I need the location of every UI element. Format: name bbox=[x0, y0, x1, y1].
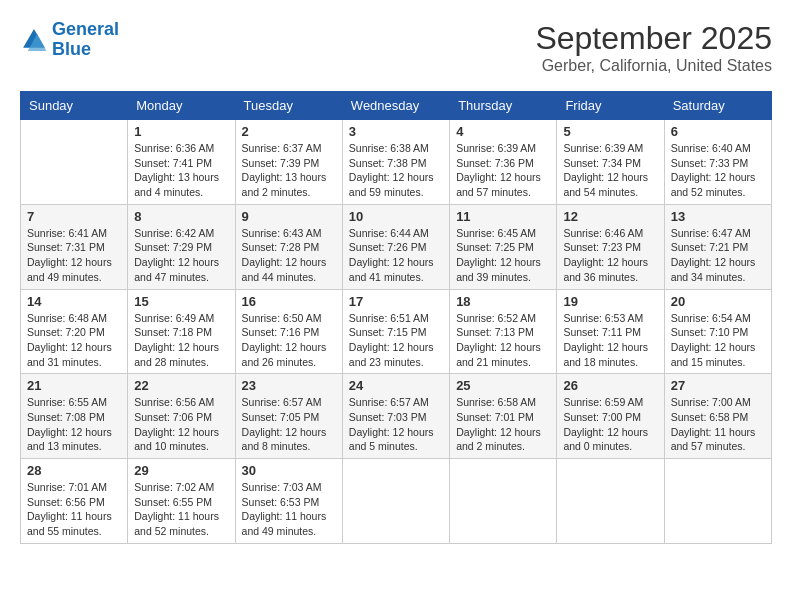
day-number: 3 bbox=[349, 124, 443, 139]
day-info: Sunrise: 6:37 AMSunset: 7:39 PMDaylight:… bbox=[242, 141, 336, 200]
day-info: Sunrise: 6:59 AMSunset: 7:00 PMDaylight:… bbox=[563, 395, 657, 454]
weekday-header: Thursday bbox=[450, 92, 557, 120]
calendar-cell: 13Sunrise: 6:47 AMSunset: 7:21 PMDayligh… bbox=[664, 204, 771, 289]
day-number: 16 bbox=[242, 294, 336, 309]
calendar-cell: 2Sunrise: 6:37 AMSunset: 7:39 PMDaylight… bbox=[235, 120, 342, 205]
calendar-cell: 16Sunrise: 6:50 AMSunset: 7:16 PMDayligh… bbox=[235, 289, 342, 374]
day-number: 14 bbox=[27, 294, 121, 309]
day-info: Sunrise: 7:00 AMSunset: 6:58 PMDaylight:… bbox=[671, 395, 765, 454]
day-info: Sunrise: 6:39 AMSunset: 7:36 PMDaylight:… bbox=[456, 141, 550, 200]
calendar-cell: 20Sunrise: 6:54 AMSunset: 7:10 PMDayligh… bbox=[664, 289, 771, 374]
day-info: Sunrise: 6:52 AMSunset: 7:13 PMDaylight:… bbox=[456, 311, 550, 370]
day-info: Sunrise: 6:51 AMSunset: 7:15 PMDaylight:… bbox=[349, 311, 443, 370]
day-number: 8 bbox=[134, 209, 228, 224]
day-number: 22 bbox=[134, 378, 228, 393]
day-number: 26 bbox=[563, 378, 657, 393]
day-info: Sunrise: 6:57 AMSunset: 7:03 PMDaylight:… bbox=[349, 395, 443, 454]
calendar-week-row: 28Sunrise: 7:01 AMSunset: 6:56 PMDayligh… bbox=[21, 459, 772, 544]
calendar-cell: 19Sunrise: 6:53 AMSunset: 7:11 PMDayligh… bbox=[557, 289, 664, 374]
calendar-cell: 1Sunrise: 6:36 AMSunset: 7:41 PMDaylight… bbox=[128, 120, 235, 205]
day-info: Sunrise: 6:38 AMSunset: 7:38 PMDaylight:… bbox=[349, 141, 443, 200]
weekday-header: Monday bbox=[128, 92, 235, 120]
logo: General Blue bbox=[20, 20, 119, 60]
day-number: 2 bbox=[242, 124, 336, 139]
calendar-cell bbox=[342, 459, 449, 544]
title-block: September 2025 Gerber, California, Unite… bbox=[535, 20, 772, 75]
calendar-cell bbox=[21, 120, 128, 205]
calendar-cell: 14Sunrise: 6:48 AMSunset: 7:20 PMDayligh… bbox=[21, 289, 128, 374]
calendar-cell bbox=[664, 459, 771, 544]
calendar-cell: 18Sunrise: 6:52 AMSunset: 7:13 PMDayligh… bbox=[450, 289, 557, 374]
calendar-cell: 3Sunrise: 6:38 AMSunset: 7:38 PMDaylight… bbox=[342, 120, 449, 205]
day-number: 5 bbox=[563, 124, 657, 139]
day-info: Sunrise: 6:46 AMSunset: 7:23 PMDaylight:… bbox=[563, 226, 657, 285]
day-info: Sunrise: 6:45 AMSunset: 7:25 PMDaylight:… bbox=[456, 226, 550, 285]
calendar-cell: 15Sunrise: 6:49 AMSunset: 7:18 PMDayligh… bbox=[128, 289, 235, 374]
weekday-header: Saturday bbox=[664, 92, 771, 120]
calendar-week-row: 21Sunrise: 6:55 AMSunset: 7:08 PMDayligh… bbox=[21, 374, 772, 459]
calendar-cell: 27Sunrise: 7:00 AMSunset: 6:58 PMDayligh… bbox=[664, 374, 771, 459]
calendar-cell: 10Sunrise: 6:44 AMSunset: 7:26 PMDayligh… bbox=[342, 204, 449, 289]
day-info: Sunrise: 6:58 AMSunset: 7:01 PMDaylight:… bbox=[456, 395, 550, 454]
calendar-cell: 22Sunrise: 6:56 AMSunset: 7:06 PMDayligh… bbox=[128, 374, 235, 459]
page-header: General Blue September 2025 Gerber, Cali… bbox=[20, 20, 772, 75]
calendar-cell: 6Sunrise: 6:40 AMSunset: 7:33 PMDaylight… bbox=[664, 120, 771, 205]
calendar-table: SundayMondayTuesdayWednesdayThursdayFrid… bbox=[20, 91, 772, 544]
day-number: 15 bbox=[134, 294, 228, 309]
calendar-cell: 28Sunrise: 7:01 AMSunset: 6:56 PMDayligh… bbox=[21, 459, 128, 544]
day-number: 6 bbox=[671, 124, 765, 139]
day-number: 25 bbox=[456, 378, 550, 393]
calendar-cell: 26Sunrise: 6:59 AMSunset: 7:00 PMDayligh… bbox=[557, 374, 664, 459]
day-info: Sunrise: 6:55 AMSunset: 7:08 PMDaylight:… bbox=[27, 395, 121, 454]
logo-text: General Blue bbox=[52, 20, 119, 60]
day-info: Sunrise: 6:44 AMSunset: 7:26 PMDaylight:… bbox=[349, 226, 443, 285]
day-number: 27 bbox=[671, 378, 765, 393]
day-number: 21 bbox=[27, 378, 121, 393]
logo-line2: Blue bbox=[52, 39, 91, 59]
day-number: 28 bbox=[27, 463, 121, 478]
day-info: Sunrise: 6:56 AMSunset: 7:06 PMDaylight:… bbox=[134, 395, 228, 454]
weekday-header: Wednesday bbox=[342, 92, 449, 120]
day-number: 23 bbox=[242, 378, 336, 393]
header-row: SundayMondayTuesdayWednesdayThursdayFrid… bbox=[21, 92, 772, 120]
weekday-header: Sunday bbox=[21, 92, 128, 120]
day-info: Sunrise: 7:02 AMSunset: 6:55 PMDaylight:… bbox=[134, 480, 228, 539]
calendar-cell: 12Sunrise: 6:46 AMSunset: 7:23 PMDayligh… bbox=[557, 204, 664, 289]
day-info: Sunrise: 6:40 AMSunset: 7:33 PMDaylight:… bbox=[671, 141, 765, 200]
calendar-cell: 30Sunrise: 7:03 AMSunset: 6:53 PMDayligh… bbox=[235, 459, 342, 544]
logo-line1: General bbox=[52, 19, 119, 39]
calendar-week-row: 7Sunrise: 6:41 AMSunset: 7:31 PMDaylight… bbox=[21, 204, 772, 289]
weekday-header: Friday bbox=[557, 92, 664, 120]
calendar-cell: 17Sunrise: 6:51 AMSunset: 7:15 PMDayligh… bbox=[342, 289, 449, 374]
day-number: 19 bbox=[563, 294, 657, 309]
day-info: Sunrise: 7:01 AMSunset: 6:56 PMDaylight:… bbox=[27, 480, 121, 539]
day-info: Sunrise: 6:41 AMSunset: 7:31 PMDaylight:… bbox=[27, 226, 121, 285]
day-info: Sunrise: 6:39 AMSunset: 7:34 PMDaylight:… bbox=[563, 141, 657, 200]
calendar-cell: 5Sunrise: 6:39 AMSunset: 7:34 PMDaylight… bbox=[557, 120, 664, 205]
day-info: Sunrise: 6:43 AMSunset: 7:28 PMDaylight:… bbox=[242, 226, 336, 285]
day-number: 20 bbox=[671, 294, 765, 309]
calendar-cell bbox=[557, 459, 664, 544]
calendar-week-row: 14Sunrise: 6:48 AMSunset: 7:20 PMDayligh… bbox=[21, 289, 772, 374]
day-info: Sunrise: 6:48 AMSunset: 7:20 PMDaylight:… bbox=[27, 311, 121, 370]
day-number: 18 bbox=[456, 294, 550, 309]
weekday-header: Tuesday bbox=[235, 92, 342, 120]
day-number: 17 bbox=[349, 294, 443, 309]
calendar-cell: 11Sunrise: 6:45 AMSunset: 7:25 PMDayligh… bbox=[450, 204, 557, 289]
calendar-week-row: 1Sunrise: 6:36 AMSunset: 7:41 PMDaylight… bbox=[21, 120, 772, 205]
day-number: 29 bbox=[134, 463, 228, 478]
day-number: 9 bbox=[242, 209, 336, 224]
day-number: 7 bbox=[27, 209, 121, 224]
calendar-cell: 7Sunrise: 6:41 AMSunset: 7:31 PMDaylight… bbox=[21, 204, 128, 289]
calendar-cell: 25Sunrise: 6:58 AMSunset: 7:01 PMDayligh… bbox=[450, 374, 557, 459]
calendar-cell: 24Sunrise: 6:57 AMSunset: 7:03 PMDayligh… bbox=[342, 374, 449, 459]
page-title: September 2025 bbox=[535, 20, 772, 57]
calendar-cell: 9Sunrise: 6:43 AMSunset: 7:28 PMDaylight… bbox=[235, 204, 342, 289]
day-number: 24 bbox=[349, 378, 443, 393]
logo-icon bbox=[20, 26, 48, 54]
calendar-cell: 8Sunrise: 6:42 AMSunset: 7:29 PMDaylight… bbox=[128, 204, 235, 289]
day-info: Sunrise: 6:57 AMSunset: 7:05 PMDaylight:… bbox=[242, 395, 336, 454]
day-number: 30 bbox=[242, 463, 336, 478]
day-info: Sunrise: 6:53 AMSunset: 7:11 PMDaylight:… bbox=[563, 311, 657, 370]
day-number: 4 bbox=[456, 124, 550, 139]
